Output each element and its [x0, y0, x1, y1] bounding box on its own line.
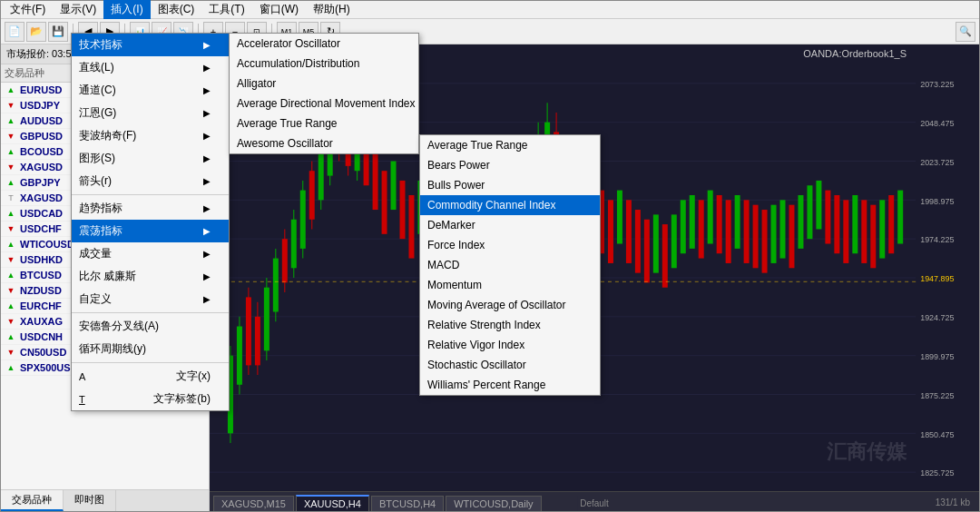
submenu-item-atr[interactable]: Average True Range — [230, 113, 418, 133]
menu-item-shapes[interactable]: 图形(S) ▶ — [72, 147, 229, 170]
svg-rect-93 — [798, 195, 803, 249]
submenu-arrow: ▶ — [203, 249, 211, 259]
svg-text:1974.225: 1974.225 — [920, 235, 954, 244]
panel-tabs: 交易品种 即时图 — [1, 489, 209, 511]
submenu-item-awesome[interactable]: Awesome Oscillator — [230, 133, 418, 153]
menu-item-indicators[interactable]: 技术指标 ▶ — [72, 34, 229, 56]
svg-text:2023.725: 2023.725 — [920, 158, 954, 167]
menu-item-custom[interactable]: 自定义 ▶ — [72, 288, 229, 310]
svg-text:1850.475: 1850.475 — [920, 429, 954, 438]
symbol-indicator: T — [5, 192, 17, 204]
osc-item-stochastic[interactable]: Stochastic Oscillator — [420, 355, 600, 375]
svg-rect-47 — [408, 195, 414, 259]
submenu-arrow: ▶ — [203, 40, 211, 50]
menu-item-line[interactable]: 直线(L) ▶ — [72, 56, 229, 79]
menu-help[interactable]: 帮助(H) — [306, 0, 358, 19]
tab-xagusd-m15[interactable]: XAGUSD,M15 — [213, 496, 294, 511]
svg-rect-90 — [771, 205, 777, 263]
menu-item-andrews[interactable]: 安德鲁分叉线(A) — [72, 315, 229, 338]
osc-item-cci[interactable]: Commodity Channel Index — [420, 195, 600, 215]
menu-item-volume[interactable]: 成交量 ▶ — [72, 242, 229, 265]
toolbar-save[interactable]: 💾 — [48, 22, 68, 42]
tab-chart[interactable]: 即时图 — [64, 490, 116, 511]
svg-rect-92 — [789, 205, 794, 269]
sep3 — [72, 362, 229, 363]
toolbar-new[interactable]: 📄 — [5, 22, 24, 42]
menu-item-gann[interactable]: 江恩(G) ▶ — [72, 102, 229, 124]
symbol-indicator: ▼ — [5, 222, 17, 235]
svg-text:2073.225: 2073.225 — [920, 80, 954, 89]
svg-rect-94 — [807, 185, 812, 239]
submenu-arrow: ▶ — [203, 63, 211, 73]
menu-bar: 文件(F) 显示(V) 插入(I) 图表(C) 工具(T) 窗口(W) 帮助(H… — [1, 1, 979, 19]
submenu-arrow: ▶ — [203, 203, 211, 213]
submenu-arrow: ▶ — [203, 131, 211, 141]
sep1 — [72, 194, 229, 195]
menu-item-fibonacci[interactable]: 斐波纳奇(F) ▶ — [72, 124, 229, 147]
menu-item-oscillators[interactable]: 震荡指标 ▶ — [72, 220, 229, 242]
osc-item-momentum[interactable]: Momentum — [420, 275, 600, 295]
tab-symbols[interactable]: 交易品种 — [1, 490, 64, 511]
svg-rect-88 — [753, 205, 759, 269]
osc-item-rvi[interactable]: Relative Vigor Index — [420, 335, 600, 355]
osc-item-demarker[interactable]: DeMarker — [420, 215, 600, 235]
submenu-item-accelerator[interactable]: Accelerator Oscillator — [230, 34, 418, 54]
svg-rect-77 — [653, 214, 659, 272]
menu-chart[interactable]: 图表(C) — [151, 0, 202, 19]
menu-item-arrows[interactable]: 箭头(r) ▶ — [72, 170, 229, 192]
chart-oanda-label: OANDA:Orderbook1_S — [803, 48, 906, 59]
menu-item-williams[interactable]: 比尔 威廉斯 ▶ — [72, 265, 229, 288]
menu-item-text-label[interactable]: T 文字标签(b) — [72, 388, 229, 410]
kb-info: 131/1 kb — [930, 494, 975, 511]
svg-text:2048.475: 2048.475 — [920, 119, 954, 128]
submenu-arrow: ▶ — [203, 85, 211, 95]
svg-text:1875.225: 1875.225 — [920, 391, 954, 400]
svg-text:1924.725: 1924.725 — [920, 313, 954, 322]
menu-insert[interactable]: 插入(I) — [103, 0, 150, 19]
oscillators-submenu-popup: Average True Range Bears Power Bulls Pow… — [419, 134, 601, 396]
insert-menu-popup: 技术指标 ▶ 直线(L) ▶ 通道(C) ▶ 江恩(G) ▶ 斐波纳奇(F) ▶… — [71, 33, 230, 411]
svg-text:1947.895: 1947.895 — [920, 274, 954, 283]
symbol-indicator: ▲ — [5, 114, 17, 127]
svg-rect-46 — [400, 181, 406, 239]
svg-rect-86 — [735, 195, 740, 249]
submenu-item-accum[interactable]: Accumulation/Distribution — [230, 54, 418, 74]
submenu-arrow: ▶ — [203, 294, 211, 304]
svg-rect-102 — [879, 200, 885, 258]
osc-item-macd[interactable]: MACD — [420, 255, 600, 275]
osc-item-force[interactable]: Force Index — [420, 235, 600, 255]
tab-btcusd-h4[interactable]: BTCUSD,H4 — [371, 496, 444, 511]
svg-text:1998.975: 1998.975 — [920, 196, 954, 205]
osc-item-williams[interactable]: Williams' Percent Range — [420, 375, 600, 395]
menu-item-channel[interactable]: 通道(C) ▶ — [72, 79, 229, 102]
symbol-indicator: ▲ — [5, 361, 17, 374]
toolbar-search[interactable]: 🔍 — [956, 22, 975, 42]
tab-xauusd-h4[interactable]: XAUUSD,H4 — [296, 495, 369, 511]
osc-item-rsi[interactable]: Relative Strength Index — [420, 315, 600, 335]
svg-rect-74 — [626, 200, 632, 263]
symbol-indicator: ▼ — [5, 346, 17, 359]
osc-item-atr[interactable]: Average True Range — [420, 135, 600, 155]
osc-item-mao[interactable]: Moving Average of Oscillator — [420, 295, 600, 315]
svg-rect-89 — [762, 210, 768, 273]
submenu-item-admi[interactable]: Average Directional Movement Index — [230, 94, 418, 113]
menu-tools[interactable]: 工具(T) — [201, 0, 251, 19]
indicators-submenu-popup: Accelerator Oscillator Accumulation/Dist… — [229, 33, 419, 154]
menu-file[interactable]: 文件(F) — [3, 0, 53, 19]
svg-rect-75 — [635, 210, 641, 273]
symbol-indicator: ▲ — [5, 207, 17, 220]
main-window: 文件(F) 显示(V) 插入(I) 图表(C) 工具(T) 窗口(W) 帮助(H… — [0, 0, 980, 512]
osc-item-bears[interactable]: Bears Power — [420, 155, 600, 175]
menu-item-cycles[interactable]: 循环周期线(y) — [72, 338, 229, 360]
submenu-item-alligator[interactable]: Alligator — [230, 74, 418, 94]
menu-view[interactable]: 显示(V) — [53, 0, 103, 19]
svg-rect-72 — [608, 200, 613, 263]
svg-rect-80 — [681, 200, 686, 253]
toolbar-open[interactable]: 📂 — [26, 22, 46, 42]
menu-item-text[interactable]: A 文字(x) — [72, 365, 229, 388]
menu-item-trend[interactable]: 趋势指标 ▶ — [72, 197, 229, 220]
submenu-arrow: ▶ — [203, 176, 211, 186]
menu-window[interactable]: 窗口(W) — [252, 0, 306, 19]
osc-item-bulls[interactable]: Bulls Power — [420, 175, 600, 195]
tab-wticousd-daily[interactable]: WTICOUSD,Daily — [446, 496, 541, 511]
